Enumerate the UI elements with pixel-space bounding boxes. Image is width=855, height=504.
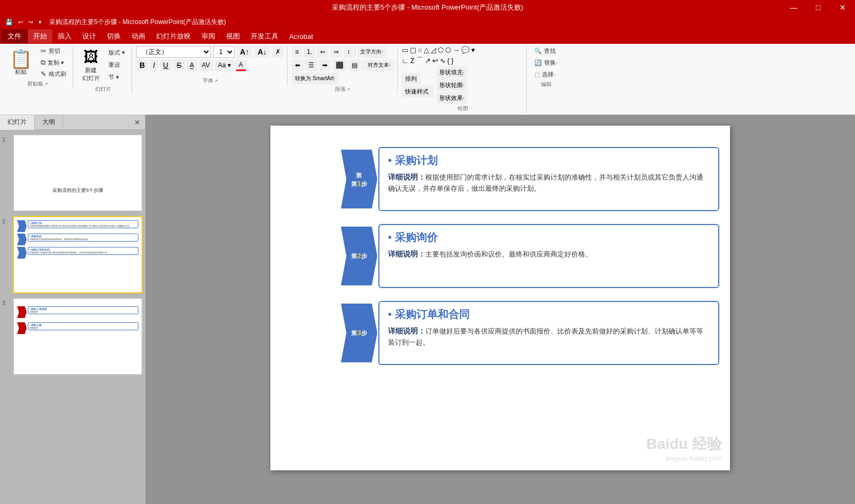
- char-spacing-button[interactable]: AV: [199, 59, 213, 71]
- panel-tabs: 幻灯片 大纲 ✕: [0, 115, 145, 130]
- canvas-area[interactable]: 第第1步 第1步 采购计划 详细说明：根据使用部门的需求计划，在核实过采购计划的…: [145, 115, 855, 504]
- panel-close-button[interactable]: ✕: [130, 115, 145, 130]
- quick-access-dropdown[interactable]: ▾: [36, 18, 44, 27]
- menu-animations[interactable]: 动画: [126, 29, 151, 43]
- slide-preview-1[interactable]: 采购流程的主要5个步骤: [13, 134, 143, 212]
- menu-review[interactable]: 审阅: [196, 29, 221, 43]
- menu-developer[interactable]: 开发工具: [245, 29, 284, 43]
- align-right-button[interactable]: ➡: [319, 59, 331, 71]
- copy-button[interactable]: ⧉复制 ▾: [37, 57, 69, 68]
- justify-button[interactable]: ⬛: [332, 59, 347, 71]
- shape-more[interactable]: ▾: [471, 46, 475, 54]
- font-expand[interactable]: ↗: [214, 79, 218, 83]
- shape-effects-button[interactable]: 形状效果·: [436, 92, 468, 104]
- step2-content: 采购询价 详细说明：主要包括发询价函和议价。最终和供应商商定好价格。: [378, 224, 719, 288]
- shape-fill-button[interactable]: 形状填充·: [436, 66, 468, 78]
- shape-circle[interactable]: ○: [418, 46, 422, 54]
- shape-arrow-right[interactable]: →: [453, 46, 460, 54]
- align-left-button[interactable]: ⬅: [292, 59, 304, 71]
- increase-indent-button[interactable]: ⇒: [330, 46, 342, 58]
- shape-right-tri[interactable]: ◿: [431, 46, 436, 54]
- reset-button[interactable]: 重设: [105, 60, 128, 70]
- tab-outline[interactable]: 大纲: [35, 115, 63, 130]
- shape-round-rect[interactable]: ▢: [410, 46, 416, 54]
- maximize-button[interactable]: □: [806, 0, 830, 15]
- slide-thumb-2[interactable]: 2 • 采购计划 详细说明:根据使用部门的需求计划,在核实过采购计划的准确性,并…: [2, 216, 143, 293]
- menu-file[interactable]: 文件: [1, 29, 28, 43]
- step3-label-wrapper: 第3步: [351, 329, 367, 337]
- underline-button[interactable]: U: [160, 59, 172, 71]
- slide-preview-2[interactable]: • 采购计划 详细说明:根据使用部门的需求计划,在核实过采购计划的准确性,并与相…: [13, 216, 143, 293]
- font-grow-button[interactable]: A↑: [237, 46, 252, 58]
- numbering-button[interactable]: 1.: [304, 46, 315, 58]
- shape-hexagon[interactable]: ⬡: [445, 46, 451, 54]
- paste-button[interactable]: 📋 粘贴: [5, 48, 36, 78]
- columns-button[interactable]: ▤: [348, 59, 361, 71]
- shape-back-arrow[interactable]: ↩: [432, 57, 438, 65]
- shape-rect[interactable]: ▭: [402, 46, 408, 54]
- slides-label: 幻灯片: [77, 84, 128, 94]
- shape-l-bracket[interactable]: ∟: [402, 57, 409, 65]
- quick-styles-button[interactable]: 快速样式: [402, 86, 434, 97]
- find-button[interactable]: 🔍 查找: [531, 46, 559, 56]
- menu-insert[interactable]: 插入: [52, 29, 77, 43]
- save-button[interactable]: 💾: [3, 18, 15, 27]
- font-family-select[interactable]: （正文）: [136, 46, 211, 58]
- shape-outline-button[interactable]: 形状轮廓·: [436, 79, 468, 91]
- menu-home[interactable]: 开始: [28, 29, 52, 43]
- font-shrink-button[interactable]: A↓: [254, 46, 270, 58]
- center-button[interactable]: ☰: [305, 59, 317, 71]
- tab-slides[interactable]: 幻灯片: [0, 115, 35, 130]
- font-color-button[interactable]: A: [236, 59, 246, 71]
- menu-acrobat[interactable]: Acrobat: [284, 29, 318, 43]
- section-button[interactable]: 节 ▾: [105, 72, 128, 82]
- convert-smartart-button[interactable]: 转换为 SmartArt·: [292, 73, 338, 84]
- cut-button[interactable]: ✂剪切: [37, 46, 69, 56]
- paragraph-expand[interactable]: ↗: [347, 87, 351, 92]
- slide-thumb-1[interactable]: 1 采购流程的主要5个步骤: [2, 134, 143, 212]
- shape-wave[interactable]: ∿: [440, 57, 446, 65]
- decrease-indent-button[interactable]: ⇐: [317, 46, 329, 58]
- shadow-button[interactable]: A̲: [186, 59, 197, 71]
- redo-button[interactable]: ↪: [26, 18, 35, 27]
- clear-format-button[interactable]: ✗: [272, 46, 284, 58]
- shape-pentagon[interactable]: ⬠: [438, 46, 444, 54]
- menu-transitions[interactable]: 切换: [102, 29, 126, 43]
- shape-callout[interactable]: 💬: [461, 46, 470, 54]
- shape-curve-arrow[interactable]: ↗: [425, 57, 431, 65]
- new-slide-button[interactable]: 🖼 新建 幻灯片: [77, 46, 104, 84]
- font-size-select[interactable]: 14: [213, 46, 235, 58]
- shape-bracket[interactable]: }: [451, 57, 453, 65]
- undo-button[interactable]: ↩: [16, 18, 25, 27]
- arrange-button[interactable]: 排列: [402, 73, 421, 84]
- slide-thumb-3[interactable]: 3 • 验收入库检查 详细说明：...: [2, 298, 143, 375]
- clipboard-label: 剪贴板 ↗: [5, 79, 69, 89]
- bullets-button[interactable]: ≡: [292, 46, 302, 58]
- strikethrough-button[interactable]: S: [173, 59, 184, 71]
- slide-number-3: 3: [2, 298, 10, 306]
- slide-preview-3[interactable]: • 验收入库检查 详细说明：... • 货款入账 详细说明：...: [13, 298, 143, 375]
- line-spacing-button[interactable]: ↕: [344, 46, 353, 58]
- format-painter-button[interactable]: ✎格式刷: [37, 69, 69, 79]
- text-direction-button[interactable]: 文字方向·: [357, 46, 386, 58]
- shape-brace[interactable]: {: [447, 57, 449, 65]
- step2-arrow-shape: 第2步: [341, 227, 377, 285]
- bold-button[interactable]: B: [136, 59, 148, 71]
- shape-fly[interactable]: ⌒: [416, 56, 423, 65]
- menu-design[interactable]: 设计: [77, 29, 102, 43]
- shape-z[interactable]: Z: [410, 57, 415, 65]
- minimize-button[interactable]: —: [781, 0, 806, 15]
- step1-detail: 详细说明：根据使用部门的需求计划，在核实过采购计划的准确性，并与相关计划员或其它…: [388, 171, 710, 195]
- ribbon-drawing-group: ▭ ▢ ○ △ ◿ ⬠ ⬡ → 💬 ▾ ∟ Z ⌒ ↗ ↩ ∿: [399, 46, 527, 113]
- select-button[interactable]: ⬚ 选择·: [531, 69, 558, 80]
- close-button[interactable]: ✕: [830, 0, 855, 15]
- case-button[interactable]: Aa ▾: [215, 59, 234, 71]
- italic-button[interactable]: I: [150, 59, 158, 71]
- shape-isosceles[interactable]: △: [424, 46, 429, 54]
- clipboard-expand[interactable]: ↗: [44, 82, 48, 87]
- replace-button[interactable]: 🔄 替换·: [531, 58, 561, 68]
- menu-slideshow[interactable]: 幻灯片放映: [151, 29, 196, 43]
- menu-view[interactable]: 视图: [221, 29, 245, 43]
- layout-button[interactable]: 版式 ▾: [105, 48, 128, 58]
- align-text-button[interactable]: 对齐文本·: [364, 59, 394, 71]
